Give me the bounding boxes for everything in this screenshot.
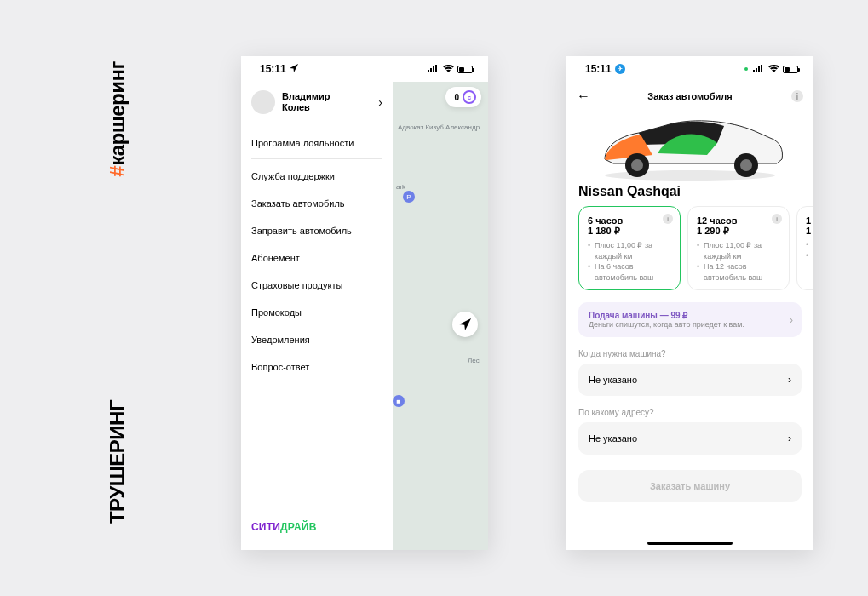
balance-pill[interactable]: 0 c — [445, 87, 481, 107]
menu-fuel-car[interactable]: Заправить автомобиль — [251, 217, 382, 244]
car-name: Nissan Qashqai — [566, 184, 813, 206]
side-menu: ВладимирКолев › Программа лояльности Слу… — [241, 82, 393, 550]
where-field[interactable]: Не указано › — [578, 422, 802, 455]
signal-icon — [428, 65, 440, 74]
when-label: Когда нужна машина? — [578, 349, 802, 358]
chevron-right-icon: › — [788, 374, 791, 386]
divider — [251, 158, 382, 159]
map-marker-icon[interactable]: P — [403, 191, 415, 203]
page-title: Заказ автомобиля — [647, 91, 733, 101]
rate-detail: На 12 часов автомобиль ваш — [697, 261, 780, 283]
avatar — [251, 90, 275, 114]
telegram-icon: ✈ — [615, 64, 625, 74]
svg-rect-6 — [758, 66, 760, 72]
rate-card-6h[interactable]: i 6 часов 1 180 ₽ Плюс 11,00 ₽ за каждый… — [578, 206, 681, 290]
battery-icon — [783, 66, 798, 73]
menu-support[interactable]: Служба поддержки — [251, 163, 382, 190]
rate-detail: Плюс 11,00 ₽ за каждый км — [697, 240, 780, 261]
svg-rect-3 — [435, 65, 437, 72]
rate-detail: К — [806, 250, 813, 261]
banner-subtitle: Деньги спишутся, когда авто приедет к ва… — [589, 320, 779, 329]
balance-value: 0 — [454, 93, 459, 102]
rate-card-12h[interactable]: i 12 часов 1 290 ₽ Плюс 11,00 ₽ за кажды… — [687, 206, 790, 290]
wifi-icon — [768, 65, 779, 74]
hashtag-label: #каршеринг — [106, 61, 129, 177]
where-value: Не указано — [589, 433, 637, 444]
map-poi-label: Адвокат Кизуб Александр... — [398, 124, 486, 132]
rate-price: 1 290 ₽ — [697, 226, 780, 237]
activity-dot-icon — [744, 67, 748, 71]
status-bar: 15:11 ✈ — [566, 56, 813, 82]
rate-detail: Плюс 11,00 ₽ за каждый км — [588, 240, 671, 261]
map-poi-label: ark — [396, 184, 405, 192]
svg-rect-4 — [753, 70, 755, 72]
menu-loyalty[interactable]: Программа лояльности — [251, 129, 382, 157]
where-label: По какому адресу? — [578, 408, 802, 417]
user-profile-row[interactable]: ВладимирКолев › — [251, 82, 382, 126]
battery-icon — [457, 66, 473, 73]
menu-faq[interactable]: Вопрос-ответ — [251, 353, 382, 381]
menu-subscription[interactable]: Абонемент — [251, 244, 382, 272]
map-poi-label: Лес — [468, 358, 480, 365]
map-area[interactable]: Адвокат Кизуб Александр... ark Лес P ■ 0… — [393, 82, 488, 550]
signal-icon — [753, 65, 765, 74]
rate-price: 1 180 ₽ — [588, 226, 671, 237]
coin-icon: c — [463, 90, 476, 104]
info-icon[interactable]: i — [663, 214, 673, 224]
brand-label: ТРУШЕРИНГ — [106, 400, 129, 524]
rate-detail: На 6 часов автомобиль ваш — [588, 261, 671, 283]
menu-notifications[interactable]: Уведомления — [251, 326, 382, 353]
banner-title: Подача машины — 99 ₽ — [589, 311, 779, 320]
locate-me-button[interactable] — [452, 312, 478, 337]
rate-list[interactable]: i 6 часов 1 180 ₽ Плюс 11,00 ₽ за каждый… — [566, 206, 813, 290]
home-indicator — [647, 542, 733, 545]
order-button[interactable]: Заказать машину — [578, 470, 802, 502]
chevron-right-icon: › — [378, 95, 382, 109]
map-marker-icon[interactable]: ■ — [393, 395, 405, 407]
brand-logo: СИТИДРАЙВ — [251, 521, 317, 533]
when-field[interactable]: Не указано › — [578, 364, 802, 396]
back-button[interactable]: ← — [577, 89, 590, 104]
wifi-icon — [443, 65, 454, 74]
svg-rect-2 — [433, 66, 434, 72]
menu-promo[interactable]: Промокоды — [251, 299, 382, 326]
chevron-right-icon: › — [788, 433, 791, 444]
info-icon[interactable]: i — [791, 90, 803, 102]
svg-point-12 — [740, 159, 752, 171]
info-icon[interactable]: i — [772, 214, 782, 224]
menu-order-car[interactable]: Заказать автомобиль — [251, 190, 382, 217]
screen-header: ← Заказ автомобиля i — [566, 82, 813, 111]
when-value: Не указано — [589, 375, 637, 385]
status-bar: 15:11 — [241, 56, 488, 82]
location-arrow-icon — [290, 63, 298, 75]
user-name: ВладимирКолев — [282, 91, 378, 112]
svg-rect-5 — [756, 68, 757, 72]
delivery-banner[interactable]: Подача машины — 99 ₽ Деньги спишутся, ко… — [578, 302, 802, 337]
chevron-right-icon: › — [790, 314, 793, 326]
svg-rect-0 — [428, 70, 429, 72]
clock: 15:11 — [585, 63, 612, 75]
phone-menu-screen: 15:11 Адвокат Кизуб Александр... ark Лес… — [241, 56, 488, 550]
svg-rect-1 — [430, 68, 432, 72]
svg-rect-7 — [761, 65, 762, 72]
svg-point-10 — [631, 159, 643, 171]
phone-order-screen: 15:11 ✈ ← Заказ автомобиля i — [566, 56, 813, 550]
car-image — [566, 111, 813, 184]
rate-title: 12 часов — [697, 215, 780, 226]
rate-title: 6 часов — [588, 215, 671, 226]
rate-price: 1 3 — [806, 226, 813, 236]
clock: 15:11 — [260, 63, 286, 75]
menu-insurance[interactable]: Страховые продукты — [251, 272, 382, 299]
rate-detail: П — [806, 239, 813, 250]
rate-card-partial[interactable]: i 1 д 1 3 П К — [796, 206, 813, 290]
